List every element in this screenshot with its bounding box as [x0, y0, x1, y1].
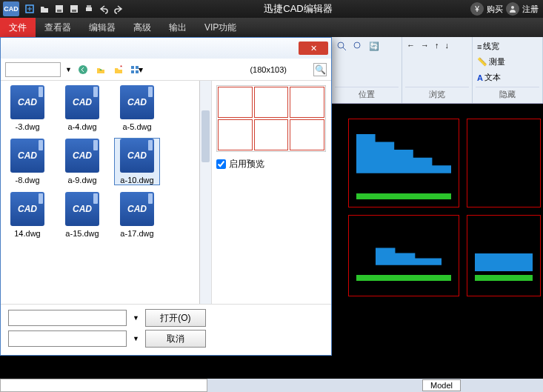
up-folder-icon[interactable] — [94, 63, 107, 76]
file-item[interactable]: CAD-3.dwg — [5, 85, 50, 131]
svg-point-10 — [338, 42, 344, 48]
dialog-toolbar: ▼ * ▾ (180x103) 🔍 — [1, 59, 331, 81]
cad-file-icon: CAD — [120, 139, 154, 173]
ribbon-group-hide-label: 隐藏 — [476, 87, 539, 100]
open-icon[interactable] — [37, 1, 52, 16]
dialog-footer: ▼ 打开(O) ▼ 取消 — [1, 304, 331, 355]
saveas-icon[interactable] — [67, 1, 81, 16]
svg-rect-16 — [136, 66, 139, 69]
refresh-icon[interactable]: 🔄 — [367, 40, 381, 52]
app-title: 迅捷CAD编辑器 — [126, 2, 470, 16]
dialog-titlebar: ✕ — [1, 38, 331, 59]
svg-text:*: * — [120, 64, 122, 70]
menu-file[interactable]: 文件 — [0, 18, 36, 37]
file-item[interactable]: CADa-15.dwg — [60, 192, 104, 238]
menu-advanced[interactable]: 高级 — [124, 18, 160, 37]
zoom-out-icon[interactable] — [351, 40, 364, 52]
preview-pane: 启用预览 — [211, 81, 331, 304]
svg-point-12 — [354, 42, 360, 48]
nav-right-icon[interactable]: → — [419, 40, 430, 50]
file-item[interactable]: CADa-10.dwg — [115, 139, 159, 185]
preview-image — [216, 85, 326, 152]
cancel-button[interactable]: 取消 — [145, 330, 206, 348]
file-label: a-17.dwg — [115, 229, 159, 238]
path-dropdown[interactable] — [5, 62, 61, 77]
nav-left-icon[interactable]: ← — [405, 40, 416, 50]
enable-preview-checkbox[interactable]: 启用预览 — [216, 158, 327, 170]
redo-icon[interactable] — [111, 1, 126, 16]
ribbon-group-position-label: 位置 — [335, 87, 399, 100]
svg-rect-6 — [72, 10, 76, 12]
nav-down-icon[interactable]: ↓ — [444, 40, 451, 50]
svg-point-13 — [79, 65, 87, 74]
file-item[interactable]: CADa-17.dwg — [115, 192, 159, 238]
titlebar: CAD 迅捷CAD编辑器 ¥ 购买 注册 — [0, 0, 543, 18]
undo-icon[interactable] — [96, 1, 111, 16]
text-btn[interactable]: A 文本 — [476, 71, 539, 84]
preview-dimensions: (180x103) — [250, 65, 287, 74]
file-item[interactable]: CAD-8.dwg — [5, 139, 50, 185]
cad-file-icon: CAD — [10, 85, 44, 119]
ribbon-right-groups: 🔄 位置 ← → ↑ ↓ 浏览 ≡ 线宽 📏 测量 A 文本 隐藏 — [332, 37, 543, 104]
register-link[interactable]: 注册 — [522, 4, 539, 15]
svg-rect-4 — [57, 10, 61, 12]
print-icon[interactable] — [81, 1, 96, 16]
menu-vip[interactable]: VIP功能 — [196, 18, 245, 37]
ribbon-group-browse-label: 浏览 — [405, 87, 469, 100]
file-label: a-5.dwg — [115, 122, 159, 131]
open-button[interactable]: 打开(O) — [145, 309, 206, 327]
file-label: 14.dwg — [5, 229, 50, 238]
save-icon[interactable] — [52, 1, 67, 16]
cad-file-icon: CAD — [65, 192, 99, 226]
filename-combo[interactable] — [8, 310, 127, 326]
cad-file-icon: CAD — [120, 85, 154, 119]
close-button[interactable]: ✕ — [299, 41, 328, 55]
new-folder-icon[interactable]: * — [112, 63, 125, 76]
file-label: a-10.dwg — [115, 176, 159, 185]
cad-file-icon: CAD — [120, 192, 154, 226]
file-label: a-15.dwg — [60, 229, 104, 238]
svg-rect-15 — [131, 66, 134, 69]
scrollbar[interactable] — [199, 81, 211, 304]
app-logo: CAD — [3, 1, 19, 16]
new-icon[interactable] — [22, 1, 37, 16]
file-item[interactable]: CADa-5.dwg — [115, 85, 159, 131]
nav-up-icon[interactable]: ↑ — [433, 40, 441, 50]
menubar: 文件 查看器 编辑器 高级 输出 VIP功能 — [0, 18, 543, 37]
file-list: CAD-3.dwgCADa-4.dwgCADa-5.dwgCAD-8.dwgCA… — [1, 81, 199, 304]
command-input[interactable] — [0, 379, 207, 392]
zoom-in-icon[interactable] — [335, 40, 348, 52]
model-tab[interactable]: Model — [422, 379, 461, 391]
file-label: -8.dwg — [5, 176, 50, 185]
filetype-combo[interactable] — [8, 330, 127, 347]
user-icon — [506, 2, 519, 16]
statusbar: Model — [0, 379, 543, 392]
menu-viewer[interactable]: 查看器 — [36, 18, 80, 37]
cad-file-icon: CAD — [65, 139, 99, 173]
currency-icon: ¥ — [470, 2, 484, 16]
measure-btn[interactable]: 📏 测量 — [476, 56, 539, 68]
svg-rect-8 — [87, 5, 91, 7]
view-mode-icon[interactable]: ▾ — [130, 63, 143, 76]
nav-back-icon[interactable] — [76, 63, 90, 76]
file-item[interactable]: CADa-4.dwg — [60, 85, 104, 131]
cad-file-icon: CAD — [10, 139, 44, 173]
svg-rect-18 — [136, 70, 139, 73]
file-open-dialog: ✕ ▼ * ▾ (180x103) 🔍 CAD-3.dwgCADa-4.dwgC… — [0, 37, 332, 356]
linewidth-btn[interactable]: ≡ 线宽 — [476, 40, 539, 53]
cad-file-icon: CAD — [65, 85, 99, 119]
file-item[interactable]: CADa-9.dwg — [60, 139, 104, 185]
svg-line-11 — [343, 47, 346, 50]
file-item[interactable]: CAD14.dwg — [5, 192, 50, 238]
menu-output[interactable]: 输出 — [160, 18, 196, 37]
svg-rect-17 — [131, 70, 134, 73]
buy-link[interactable]: 购买 — [487, 4, 503, 15]
preview-zoom-icon[interactable]: 🔍 — [313, 63, 327, 76]
cad-file-icon: CAD — [10, 192, 44, 226]
svg-rect-7 — [86, 7, 92, 11]
svg-point-9 — [511, 6, 514, 9]
file-label: -3.dwg — [5, 122, 50, 131]
file-label: a-4.dwg — [60, 122, 104, 131]
menu-editor[interactable]: 编辑器 — [80, 18, 124, 37]
file-label: a-9.dwg — [60, 176, 104, 185]
